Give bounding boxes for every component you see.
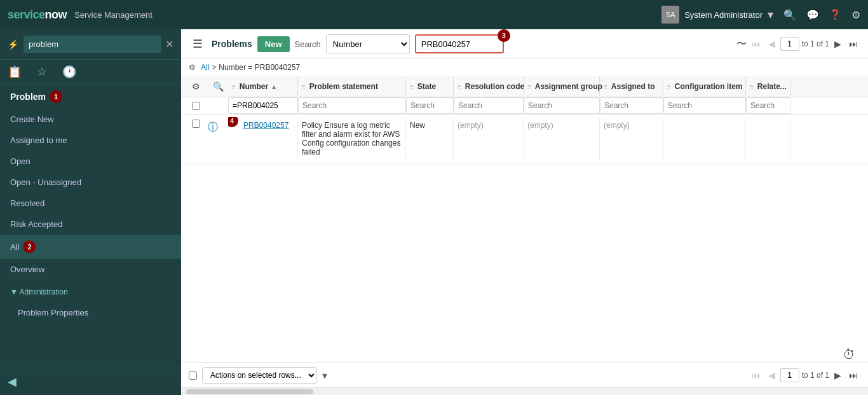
sidebar-search-area: ⚡ ✕ bbox=[0, 29, 181, 60]
horizontal-scrollbar[interactable] bbox=[181, 387, 868, 395]
col-header-related[interactable]: ≡ Relate... bbox=[746, 77, 790, 96]
sort-asc-icon: ▲ bbox=[271, 83, 277, 90]
bottom-checkbox[interactable] bbox=[189, 371, 197, 380]
col-header-number[interactable]: ≡ Number ▲ bbox=[228, 77, 298, 96]
hamburger-icon[interactable]: ☰ bbox=[189, 36, 207, 52]
breadcrumb-all[interactable]: All bbox=[201, 63, 209, 72]
actions-select[interactable]: Actions on selected rows... bbox=[202, 367, 317, 384]
avatar: SA bbox=[661, 6, 679, 24]
sidebar-item-problem-label: Problem bbox=[10, 92, 46, 102]
settings-icon[interactable]: ⚙ bbox=[851, 9, 860, 21]
related-search-field[interactable] bbox=[746, 97, 790, 114]
sidebar-search-input[interactable] bbox=[24, 36, 161, 53]
first-page-icon[interactable]: ⏮ bbox=[749, 38, 763, 50]
col-header-assignment-group[interactable]: ≡ Assignment group bbox=[524, 77, 600, 96]
sidebar-item-create-new[interactable]: Create New bbox=[0, 109, 181, 130]
config-search-field[interactable] bbox=[663, 97, 746, 114]
col-menu-related-icon: ≡ bbox=[750, 83, 754, 90]
col-resolution-label: Resolution code bbox=[465, 82, 524, 91]
sidebar-item-problem-properties[interactable]: Problem Properties bbox=[0, 302, 181, 323]
row-info-area: ⓘ bbox=[208, 117, 228, 134]
row-checkbox[interactable] bbox=[192, 120, 200, 128]
state-value: New bbox=[410, 121, 425, 130]
sidebar-item-open[interactable]: Open bbox=[0, 151, 181, 172]
table-row: ⓘ 4 PRB0040257 Policy Ensure a log metri… bbox=[181, 114, 868, 163]
search-field-select[interactable]: Number Short description State bbox=[326, 34, 410, 53]
resolution-code-value: (empty) bbox=[458, 121, 484, 130]
actions-dropdown-icon[interactable]: ▾ bbox=[322, 370, 327, 382]
new-button[interactable]: New bbox=[257, 36, 290, 52]
back-icon[interactable]: ◀ bbox=[8, 375, 17, 388]
sidebar: ⚡ ✕ 📋 ☆ 🕐 Problem 1 Create New Assigned … bbox=[0, 29, 181, 395]
bottom-first-icon[interactable]: ⏮ bbox=[749, 369, 763, 382]
sidebar-inbox-icon[interactable]: 📋 bbox=[8, 65, 22, 79]
resolution-search-field[interactable] bbox=[454, 97, 524, 114]
col-header-resolution-code[interactable]: ≡ Resolution code bbox=[454, 77, 524, 96]
bottom-bar: Actions on selected rows... ▾ ⏮ ◀ 1 to 1… bbox=[181, 363, 868, 387]
help-icon[interactable]: ❓ bbox=[829, 9, 841, 20]
service-management-label: Service Management bbox=[74, 10, 153, 20]
row-col-config-item bbox=[663, 117, 746, 160]
admin-menu[interactable]: SA System Administrator ▾ bbox=[661, 6, 773, 24]
sidebar-item-all[interactable]: All 2 bbox=[0, 235, 181, 259]
breadcrumb-filter-icon[interactable]: ⚙ bbox=[189, 63, 196, 72]
bottom-page-number[interactable]: 1 bbox=[780, 368, 799, 382]
timer-icon[interactable]: ⏱ bbox=[843, 347, 855, 361]
assignment-search-field[interactable] bbox=[524, 97, 600, 114]
sidebar-item-administration[interactable]: ▼ Administration bbox=[0, 280, 181, 302]
col-number-label: Number bbox=[240, 82, 268, 91]
prev-page-icon[interactable]: ◀ bbox=[766, 38, 778, 50]
sidebar-item-create-new-label: Create New bbox=[10, 114, 54, 124]
sidebar-item-risk-accepted-label: Risk Accepted bbox=[10, 219, 62, 229]
last-page-icon[interactable]: ⏭ bbox=[846, 38, 860, 50]
search-badge-3: 3 bbox=[498, 29, 510, 42]
bottom-prev-icon[interactable]: ◀ bbox=[766, 369, 778, 382]
col-search-icon[interactable]: 🔍 bbox=[213, 81, 224, 92]
sidebar-item-assigned-label: Assigned to me bbox=[10, 135, 67, 145]
sidebar-history-icon[interactable]: 🕐 bbox=[62, 65, 76, 79]
content-area: ☰ Problems New Search Number Short descr… bbox=[181, 29, 868, 395]
col-header-problem-statement[interactable]: ≡ Problem statement bbox=[298, 77, 406, 96]
sidebar-item-assigned-to-me[interactable]: Assigned to me bbox=[0, 130, 181, 151]
col-menu-resolution-icon: ≡ bbox=[458, 83, 461, 90]
number-search-field[interactable] bbox=[228, 97, 298, 114]
top-nav-right: SA System Administrator ▾ 🔍 💬 ❓ ⚙ bbox=[661, 6, 860, 24]
connect-icon[interactable]: 💬 bbox=[806, 9, 819, 21]
col-menu-state-icon: ≡ bbox=[410, 83, 414, 90]
problem-search-field[interactable] bbox=[298, 97, 406, 114]
bottom-left: Actions on selected rows... ▾ bbox=[189, 367, 327, 384]
header-checkbox[interactable] bbox=[192, 102, 200, 110]
dropdown-icon[interactable]: ▾ bbox=[768, 8, 773, 22]
sidebar-item-resolved[interactable]: Resolved bbox=[0, 193, 181, 214]
sidebar-item-administration-label: ▼ Administration bbox=[10, 288, 68, 296]
sidebar-favorites-icon[interactable]: ☆ bbox=[37, 65, 47, 79]
bottom-last-icon[interactable]: ⏭ bbox=[846, 369, 860, 382]
waveform-icon[interactable]: 〜 bbox=[736, 38, 747, 51]
search-input[interactable] bbox=[415, 34, 504, 53]
next-page-icon[interactable]: ▶ bbox=[832, 38, 844, 50]
col-header-config-item[interactable]: ≡ Configuration item bbox=[663, 77, 746, 96]
sidebar-clear-icon[interactable]: ✕ bbox=[165, 38, 173, 50]
page-number[interactable]: 1 bbox=[780, 37, 799, 51]
col-header-state[interactable]: ≡ State bbox=[406, 77, 454, 96]
problem-number-link[interactable]: PRB0040257 bbox=[243, 121, 288, 130]
sidebar-item-problem[interactable]: Problem 1 bbox=[0, 85, 181, 109]
row-checkbox-area bbox=[184, 117, 208, 128]
sidebar-item-risk-accepted[interactable]: Risk Accepted bbox=[0, 214, 181, 235]
assigned-to-search-field[interactable] bbox=[600, 97, 663, 114]
state-search-field[interactable] bbox=[406, 97, 454, 114]
toolbar-right: 〜 ⏮ ◀ 1 to 1 of 1 ▶ ⏭ bbox=[736, 37, 860, 51]
sidebar-item-overview[interactable]: Overview bbox=[0, 259, 181, 280]
row-col-number: 4 PRB0040257 bbox=[228, 117, 298, 160]
col-header-assigned-to[interactable]: ≡ Assigned to bbox=[600, 77, 663, 96]
global-search-icon[interactable]: 🔍 bbox=[783, 9, 796, 21]
row-col-assignment-group: (empty) bbox=[524, 117, 600, 160]
sidebar-item-open-unassigned[interactable]: Open - Unassigned bbox=[0, 172, 181, 193]
info-icon[interactable]: ⓘ bbox=[208, 121, 218, 134]
col-settings-icon[interactable]: ⚙ bbox=[192, 81, 200, 92]
col-state-label: State bbox=[417, 82, 436, 91]
search-row-fields bbox=[228, 97, 865, 114]
search-row bbox=[181, 97, 868, 114]
header-checkbox-area bbox=[184, 102, 208, 110]
bottom-next-icon[interactable]: ▶ bbox=[832, 369, 844, 382]
